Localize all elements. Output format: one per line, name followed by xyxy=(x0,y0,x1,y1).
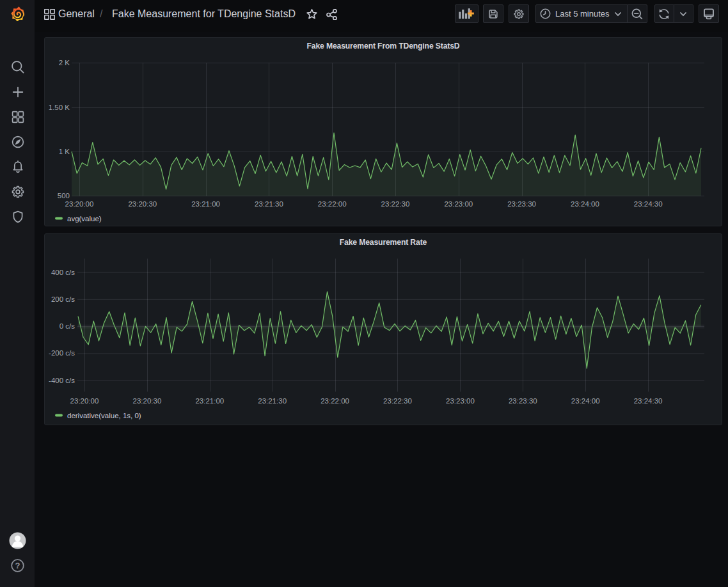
svg-text:avg(value): avg(value) xyxy=(67,215,102,223)
svg-text:23:23:00: 23:23:00 xyxy=(446,397,475,405)
svg-text:-400 c/s: -400 c/s xyxy=(49,377,75,384)
svg-text:-200 c/s: -200 c/s xyxy=(49,349,75,357)
svg-text:1 K: 1 K xyxy=(59,148,70,155)
svg-text:23:24:00: 23:24:00 xyxy=(571,397,600,405)
svg-text:500: 500 xyxy=(58,192,70,200)
svg-text:200 c/s: 200 c/s xyxy=(51,295,75,303)
svg-text:23:23:30: 23:23:30 xyxy=(507,200,536,208)
svg-text:23:22:30: 23:22:30 xyxy=(381,200,410,208)
svg-text:23:21:00: 23:21:00 xyxy=(191,200,220,208)
svg-text:23:24:30: 23:24:30 xyxy=(634,397,663,405)
svg-text:23:20:30: 23:20:30 xyxy=(128,200,157,208)
svg-text:23:20:00: 23:20:00 xyxy=(65,200,94,208)
svg-text:23:21:00: 23:21:00 xyxy=(195,397,224,405)
svg-text:23:23:00: 23:23:00 xyxy=(444,200,473,208)
svg-text:23:22:00: 23:22:00 xyxy=(320,397,349,405)
svg-text:2 K: 2 K xyxy=(59,59,70,67)
svg-text:23:22:30: 23:22:30 xyxy=(383,397,412,405)
svg-text:1.50 K: 1.50 K xyxy=(49,104,70,111)
svg-text:23:24:30: 23:24:30 xyxy=(634,200,663,208)
svg-text:23:20:00: 23:20:00 xyxy=(70,397,99,405)
svg-text:?: ? xyxy=(15,561,20,570)
svg-text:23:20:30: 23:20:30 xyxy=(133,397,162,405)
svg-text:23:21:30: 23:21:30 xyxy=(258,397,287,405)
svg-text:derivative(value, 1s, 0): derivative(value, 1s, 0) xyxy=(67,412,141,419)
svg-text:23:23:30: 23:23:30 xyxy=(509,397,537,405)
svg-text:0 c/s: 0 c/s xyxy=(59,322,75,330)
svg-text:23:24:00: 23:24:00 xyxy=(571,200,599,208)
svg-text:400 c/s: 400 c/s xyxy=(51,269,75,276)
svg-text:23:21:30: 23:21:30 xyxy=(255,200,283,208)
svg-text:23:22:00: 23:22:00 xyxy=(318,200,347,208)
